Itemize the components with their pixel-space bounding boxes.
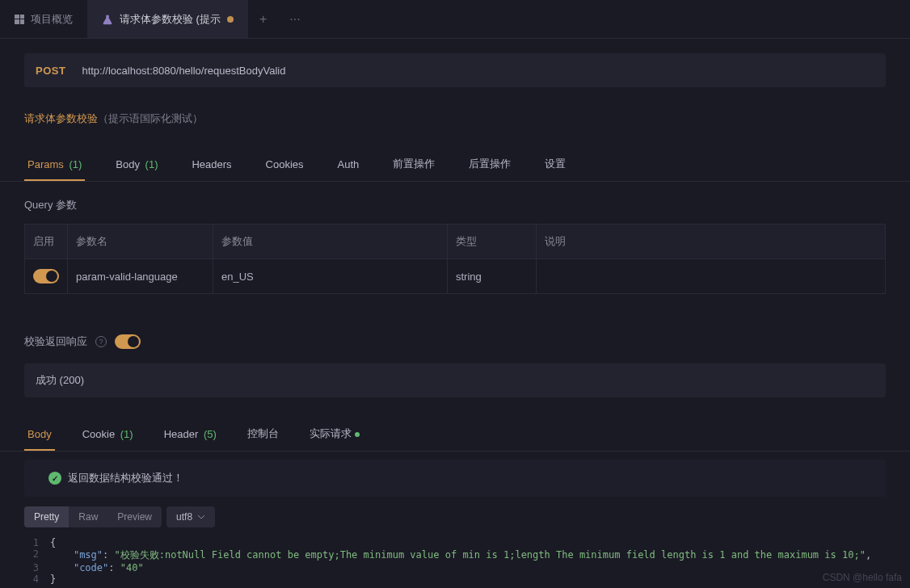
tab-label: 项目概览 (31, 12, 73, 27)
table-row: param-valid-language en_US string (25, 259, 886, 294)
query-params-table: 启用 参数名 参数值 类型 说明 param-valid-language en… (24, 224, 886, 294)
param-value[interactable]: en_US (213, 259, 448, 294)
response-body-code[interactable]: 1{ 2 "msg": "校验失败:notNull Field cannot b… (0, 534, 910, 588)
validate-response-toggle[interactable] (115, 334, 141, 349)
modified-indicator-icon (227, 16, 234, 23)
tab-cookies[interactable]: Cookies (263, 147, 307, 180)
th-value: 参数值 (213, 225, 448, 259)
json-code-value: "40" (120, 562, 144, 573)
resp-tab-console[interactable]: 控制台 (244, 415, 282, 451)
http-method: POST (36, 65, 65, 77)
param-type[interactable]: string (448, 259, 537, 294)
indicator-dot-icon (355, 432, 360, 437)
param-enable-toggle[interactable] (33, 269, 59, 284)
api-subtitle: （提示语国际化测试） (98, 111, 203, 126)
resp-tab-actual[interactable]: 实际请求 (306, 415, 363, 451)
watermark: CSDN @hello fafa (823, 572, 902, 583)
body-view-mode: Pretty Raw Preview (24, 506, 162, 527)
resp-tab-body[interactable]: Body (24, 417, 55, 450)
tab-body[interactable]: Body (1) (112, 147, 161, 180)
tab-params[interactable]: Params (1) (24, 147, 85, 180)
th-name: 参数名 (68, 225, 213, 259)
flask-icon (102, 14, 113, 25)
request-url: http://localhost:8080/hello/requestBodyV… (82, 65, 285, 77)
tab-headers[interactable]: Headers (188, 147, 234, 180)
json-msg-value: "校验失败:notNull Field cannot be empty;The … (114, 549, 865, 561)
tab-label: 请求体参数校验 (提示 (120, 12, 221, 27)
query-params-title: Query 参数 (24, 198, 886, 212)
validate-response-label: 校验返回响应 (24, 334, 87, 349)
tab-auth[interactable]: Auth (335, 147, 363, 180)
info-icon[interactable]: ? (95, 336, 107, 347)
param-desc[interactable] (537, 259, 886, 294)
api-title: 请求体参数校验 (24, 111, 98, 126)
validation-success-banner: ✓ 返回数据结构校验通过！ (24, 460, 886, 497)
encoding-select[interactable]: utf8 (166, 506, 215, 527)
check-icon: ✓ (48, 472, 61, 485)
tab-post-op[interactable]: 后置操作 (466, 145, 514, 181)
response-status-select[interactable]: 成功 (200) (24, 363, 886, 397)
grid-icon (15, 15, 24, 24)
th-type: 类型 (448, 225, 537, 259)
view-preview-button[interactable]: Preview (107, 506, 162, 527)
view-raw-button[interactable]: Raw (69, 506, 107, 527)
add-tab-button[interactable]: + (248, 12, 278, 27)
validation-message: 返回数据结构校验通过！ (68, 471, 183, 485)
tab-pre-op[interactable]: 前置操作 (390, 145, 438, 181)
tab-project-overview[interactable]: 项目概览 (0, 0, 87, 38)
tab-settings[interactable]: 设置 (541, 145, 569, 181)
chevron-down-icon (197, 514, 205, 519)
view-pretty-button[interactable]: Pretty (24, 506, 69, 527)
th-desc: 说明 (537, 225, 886, 259)
param-name[interactable]: param-valid-language (68, 259, 213, 294)
th-enable: 启用 (25, 225, 68, 259)
resp-tab-cookie[interactable]: Cookie (1) (79, 417, 137, 450)
tab-more-button[interactable]: ··· (278, 12, 311, 27)
resp-tab-header[interactable]: Header (5) (161, 417, 220, 450)
request-bar[interactable]: POST http://localhost:8080/hello/request… (24, 53, 886, 87)
tab-api-active[interactable]: 请求体参数校验 (提示 (87, 0, 248, 38)
